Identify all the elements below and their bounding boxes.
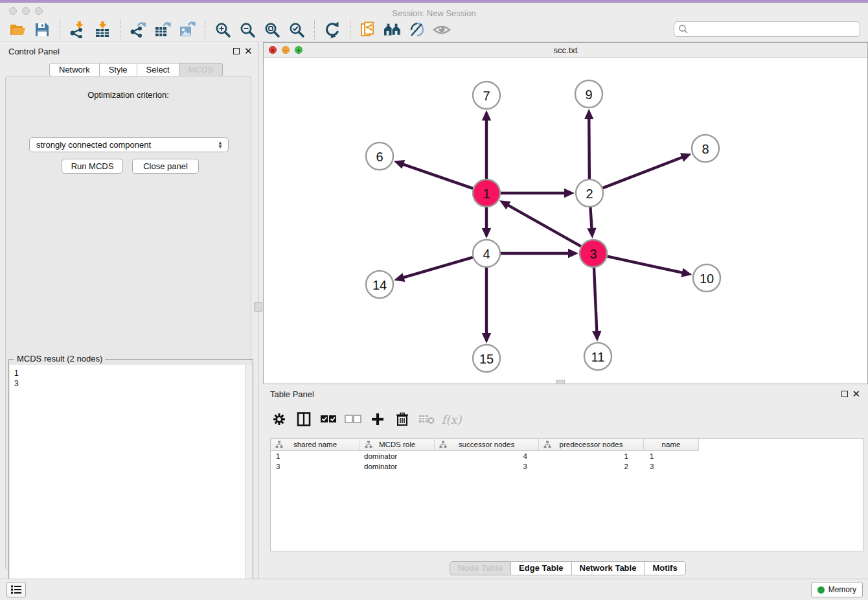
network-window-titlebar: × − + scc.txt	[264, 43, 867, 58]
close-panel-icon[interactable]: ✕	[852, 388, 860, 400]
edge-arrowhead	[680, 153, 692, 161]
table-header-row: shared nameMCDS rolesuccessor nodesprede…	[271, 439, 863, 451]
export-network-icon[interactable]	[129, 21, 147, 39]
result-scrollbar[interactable]	[245, 365, 252, 600]
new-network-from-selection-icon[interactable]	[359, 21, 377, 39]
deselect-all-icon[interactable]	[345, 411, 361, 428]
tab-mcds[interactable]: MCDS	[179, 63, 223, 76]
graph-edge[interactable]	[403, 257, 473, 278]
edge-arrowhead	[394, 160, 405, 169]
graph-edge[interactable]	[607, 257, 683, 273]
status-bar: Memory	[0, 579, 868, 600]
table-row[interactable]: 1dominator411	[271, 451, 863, 461]
table-settings-icon[interactable]	[271, 411, 288, 428]
table-cell[interactable]: 1	[539, 451, 644, 461]
edge-arrowhead	[681, 268, 692, 277]
export-image-icon[interactable]	[178, 21, 196, 39]
node-label: 8	[702, 142, 709, 156]
column-header-predecessor-nodes[interactable]: predecessor nodes	[539, 439, 644, 451]
edge-arrowhead	[564, 189, 575, 198]
network-graph: 7968124314101511	[264, 58, 867, 384]
delete-table-icon	[418, 411, 435, 428]
zoom-selected-icon[interactable]	[288, 21, 306, 39]
mcds-tab-content: Optimization criterion: strongly connect…	[5, 76, 251, 570]
column-header-name[interactable]: name	[644, 439, 699, 451]
tab-motifs[interactable]: Motifs	[645, 561, 685, 575]
column-view-icon[interactable]	[295, 411, 312, 428]
table-toolbar: f(x)	[271, 407, 468, 432]
search-input[interactable]	[689, 25, 860, 34]
search-icon	[678, 24, 689, 34]
node-label: 10	[700, 271, 714, 286]
tab-network-table[interactable]: Network Table	[572, 561, 645, 575]
node-label: 3	[589, 247, 597, 261]
splitter-handle[interactable]	[254, 302, 262, 312]
close-panel-icon[interactable]: ✕	[244, 45, 253, 57]
graph-edge[interactable]	[590, 207, 591, 229]
table-cell[interactable]: dominator	[360, 461, 435, 472]
tab-select[interactable]: Select	[137, 63, 179, 76]
export-table-icon[interactable]	[154, 21, 172, 39]
table-cell[interactable]: dominator	[360, 451, 435, 461]
table-row[interactable]: 3dominator323	[271, 461, 863, 472]
memory-button[interactable]: Memory	[811, 582, 863, 597]
add-column-icon[interactable]	[369, 411, 386, 428]
toolbar-separator	[205, 20, 205, 40]
network-resize-handle[interactable]	[556, 380, 565, 384]
control-panel: Control Panel ✕ Network Style Select MCD…	[0, 42, 257, 579]
run-mcds-button[interactable]: Run MCDS	[62, 159, 123, 174]
tab-network[interactable]: Network	[49, 63, 100, 76]
search-box[interactable]	[674, 21, 860, 37]
edge-arrowhead	[568, 249, 578, 258]
birdseye-disabled-icon	[433, 21, 451, 39]
table-cell[interactable]: 1	[271, 451, 360, 461]
zoom-in-icon[interactable]	[214, 21, 232, 39]
edge-arrowhead	[394, 273, 405, 282]
graph-edge[interactable]	[603, 157, 683, 188]
table-cell[interactable]: 1	[644, 451, 699, 461]
optimization-criterion-label: Optimization criterion:	[6, 90, 251, 100]
edge-arrowhead	[584, 109, 593, 119]
table-cell[interactable]: 4	[435, 451, 539, 461]
table-cell[interactable]: 3	[644, 461, 699, 472]
float-panel-icon[interactable]	[233, 48, 240, 54]
node-label: 1	[483, 187, 490, 201]
select-all-icon[interactable]	[320, 411, 337, 428]
zoom-out-icon[interactable]	[238, 21, 257, 39]
node-table: shared nameMCDS rolesuccessor nodesprede…	[270, 438, 863, 551]
column-header-label: name	[662, 441, 681, 448]
fit-content-icon[interactable]	[263, 21, 281, 39]
delete-column-icon[interactable]	[394, 411, 411, 428]
hide-graphics-icon[interactable]	[408, 21, 426, 39]
close-panel-button[interactable]: Close panel	[132, 159, 199, 174]
graph-edge[interactable]	[589, 118, 589, 179]
tab-style[interactable]: Style	[100, 63, 137, 76]
apply-layout-icon[interactable]	[323, 21, 341, 39]
criterion-dropdown[interactable]: strongly connected component ▲▼	[29, 137, 229, 152]
tab-edge-table[interactable]: Edge Table	[511, 561, 571, 575]
mcds-result-groupbox: MCDS result (2 nodes) 1 3	[8, 359, 253, 600]
import-table-icon[interactable]	[93, 21, 111, 39]
open-session-icon[interactable]	[8, 21, 27, 39]
column-header-successor-nodes[interactable]: successor nodes	[435, 439, 539, 451]
table-cell[interactable]: 3	[271, 461, 360, 472]
tab-node-table[interactable]: Node Table	[450, 561, 511, 575]
node-label: 15	[479, 352, 494, 366]
network-canvas[interactable]: 7968124314101511	[264, 58, 867, 384]
float-panel-icon[interactable]	[841, 391, 848, 397]
import-network-icon[interactable]	[69, 21, 87, 39]
graph-edge[interactable]	[507, 205, 581, 246]
toolbar-separator	[350, 20, 350, 40]
edge-arrowhead	[592, 331, 601, 341]
save-session-icon[interactable]	[33, 21, 51, 39]
graph-edge[interactable]	[402, 164, 473, 189]
graph-edge[interactable]	[594, 268, 597, 332]
table-cell[interactable]: 2	[539, 461, 644, 472]
column-header-shared-name[interactable]: shared name	[271, 439, 360, 451]
column-header-MCDS-role[interactable]: MCDS role	[360, 439, 435, 451]
criterion-value: strongly connected component	[36, 140, 151, 150]
task-history-button[interactable]	[6, 582, 26, 597]
table-cell[interactable]: 3	[435, 461, 539, 472]
mcds-result-line: 1	[14, 368, 252, 378]
first-neighbors-icon[interactable]	[383, 21, 402, 39]
